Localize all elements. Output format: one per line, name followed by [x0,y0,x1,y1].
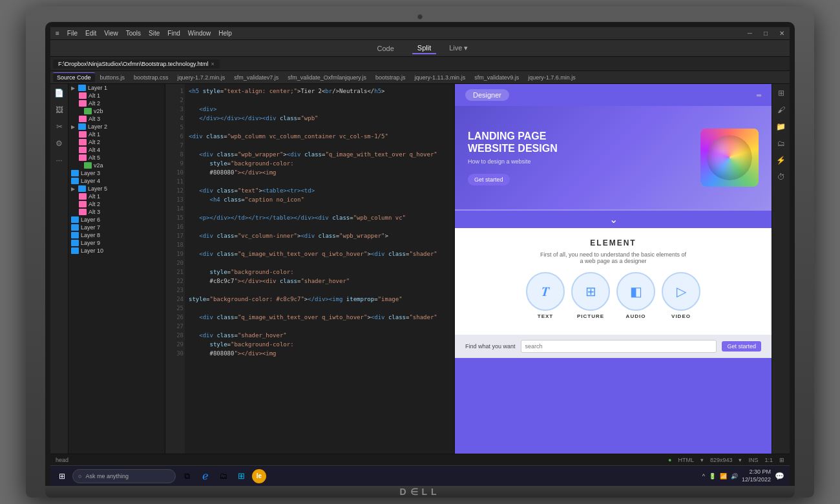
system-clock: 2:30 PM 12/15/2022 [742,468,771,483]
live-view-btn[interactable]: Live ▾ [449,44,468,52]
tab-bootstrap-css[interactable]: bootstrap.css [130,73,173,82]
layer-1-v2b[interactable]: v2b [68,107,165,115]
text-icon-circle: 𝑻 [526,272,565,311]
menu-hamburger[interactable]: ≡ [56,30,59,37]
code-view-btn[interactable]: Code [372,43,399,54]
layer-1-alt1[interactable]: Alt 1 [68,92,165,100]
tray-chevron[interactable]: ^ [702,473,705,479]
file-explorer-icon[interactable]: 🗂 [216,469,230,483]
tab-sfm-v7[interactable]: sfm_validatev7.js [230,73,282,82]
layer-1-alt2[interactable]: Alt 2 [68,100,165,107]
status-grid-icon[interactable]: ⊞ [779,457,784,463]
system-tray: ^ 🔋 📶 🔊 [702,473,738,479]
preview-hero-text: LANDING PAGEWEBSITE DESIGN How to design… [468,130,700,185]
tab-buttons-js[interactable]: buttons.js [96,73,129,82]
snippets-icon[interactable]: ✂ [53,120,66,133]
tray-volume[interactable]: 🔊 [731,473,738,479]
layer-5-alt3[interactable]: Alt 3 [68,208,165,216]
layer-5-alt1[interactable]: Alt 1 [68,193,165,200]
close-file-icon[interactable]: × [211,61,214,67]
code-content[interactable]: <h5 style="text-align: center;">Tier 2<b… [185,84,454,454]
layer-5[interactable]: ▶ Layer 5 [68,185,165,193]
layer-1-alt3[interactable]: Alt 3 [68,115,165,123]
menu-view[interactable]: View [104,30,118,37]
files-icon[interactable]: 📄 [53,87,66,100]
taskbar-search-bar[interactable]: ○ Ask me anything [72,469,176,483]
menu-find[interactable]: Find [167,30,180,37]
menu-window[interactable]: Window [188,30,211,37]
notification-icon[interactable]: 💬 [775,472,784,481]
layer-4[interactable]: Layer 4 [68,177,165,185]
preview-scroll-arrow[interactable]: ⌄ [455,209,772,228]
window-close[interactable]: ✕ [779,30,784,37]
right-files-icon[interactable]: 📁 [775,120,788,133]
right-behavior-icon[interactable]: ⚡ [775,154,788,167]
store-icon[interactable]: ⊞ [234,469,248,483]
preview-icon-audio: ◧ AUDIO [616,272,655,319]
layer-5-alt2[interactable]: Alt 2 [68,200,165,208]
tab-jquery-176[interactable]: jquery-1.7.6.min.js [524,73,580,82]
tab-source-code[interactable]: Source Code [53,72,95,82]
preview-hero-btn[interactable]: Get started [468,174,510,185]
tray-network: 📶 [720,473,727,479]
layer-8[interactable]: Layer 8 [68,231,165,239]
status-resolution: 829x943 [710,457,733,463]
right-css-icon[interactable]: 🖌 [775,103,788,116]
task-view-btn[interactable]: ⧉ [180,469,194,483]
layer-2-alt1[interactable]: Alt 1 [68,131,165,138]
preview-element-title: ELEMENT [465,238,761,247]
video-icon-circle: ▷ [662,272,700,311]
status-chevron2[interactable]: ▾ [739,457,742,463]
tab-jquery-1113[interactable]: jquery-1.11.3.min.js [411,73,470,82]
code-editor[interactable]: 12345678910 11121314151617181920 2122232… [165,84,455,454]
tab-bootstrap-js[interactable]: bootstrap.js [372,73,410,82]
edge-icon[interactable]: ℯ [198,469,212,483]
window-maximize[interactable]: □ [764,30,768,37]
more-icon[interactable]: ··· [53,154,66,167]
layer-2-v2a[interactable]: v2a [68,162,165,169]
menu-edit[interactable]: Edit [85,30,96,37]
right-history-icon[interactable]: ⏱ [775,171,788,184]
taskbar-search-text: Ask me anything [85,473,129,479]
preview-hero-subtitle: How to design a website [468,158,700,165]
layer-3[interactable]: Layer 3 [68,169,165,177]
split-view-btn[interactable]: Split [412,43,436,54]
preview-icon-picture: ⊞ PICTURE [571,272,610,319]
tab-sfm-v9[interactable]: sfm_validatev9.js [470,73,523,82]
right-insert-icon[interactable]: ⊞ [775,87,788,100]
menu-help[interactable]: Help [218,30,232,37]
menu-tools[interactable]: Tools [126,30,141,37]
tab-jquery-172[interactable]: jquery-1.7.2.min.js [174,73,229,82]
right-assets-icon[interactable]: 🗂 [775,137,788,150]
preview-nav-menu: ═ [757,92,761,99]
preview-hero: LANDING PAGEWEBSITE DESIGN How to design… [455,106,772,209]
tab-sfm-validate[interactable]: sfm_validate_Oxfmlanjquery.js [284,73,370,82]
menu-file[interactable]: File [67,30,78,37]
layer-10[interactable]: Layer 10 [68,247,165,255]
preview-brand: Designer [465,89,509,101]
layer-2-alt2[interactable]: Alt 2 [68,138,165,146]
layer-7[interactable]: Layer 7 [68,224,165,231]
taskbar-app-icons: ⧉ ℯ 🗂 ⊞ Ie [180,469,266,483]
preview-search-btn[interactable]: Get started [722,341,761,352]
view-toolbar: Code Split Live ▾ [50,40,790,57]
layer-6[interactable]: Layer 6 [68,216,165,224]
ie-icon[interactable]: Ie [252,469,266,483]
layer-1[interactable]: ▶ Layer 1 [68,84,165,92]
start-button[interactable]: ⊞ [56,470,68,483]
layer-2-alt5[interactable]: Alt 5 [68,154,165,162]
clock-time: 2:30 PM [742,468,771,476]
settings-icon[interactable]: ⚙ [53,137,66,150]
layer-2-alt4[interactable]: Alt 4 [68,146,165,154]
status-chevron-down[interactable]: ▾ [700,457,704,463]
preview-search-input[interactable] [521,340,717,353]
window-minimize[interactable]: ─ [748,30,752,37]
layer-9[interactable]: Layer 9 [68,239,165,247]
preview-icon-video: ▷ VIDEO [662,272,700,319]
preview-hero-title: LANDING PAGEWEBSITE DESIGN [468,130,700,154]
assets-icon[interactable]: 🖼 [53,103,66,116]
active-file-tab[interactable]: F:\Dropbox\NinjaStudiox\Oxfmn\Bootstrap.… [53,59,220,68]
layer-2[interactable]: ▶ Layer 2 [68,123,165,131]
files-layers-panel: ▶ Layer 1 Alt 1 Alt 2 v2b [68,84,165,454]
menu-site[interactable]: Site [149,30,160,37]
